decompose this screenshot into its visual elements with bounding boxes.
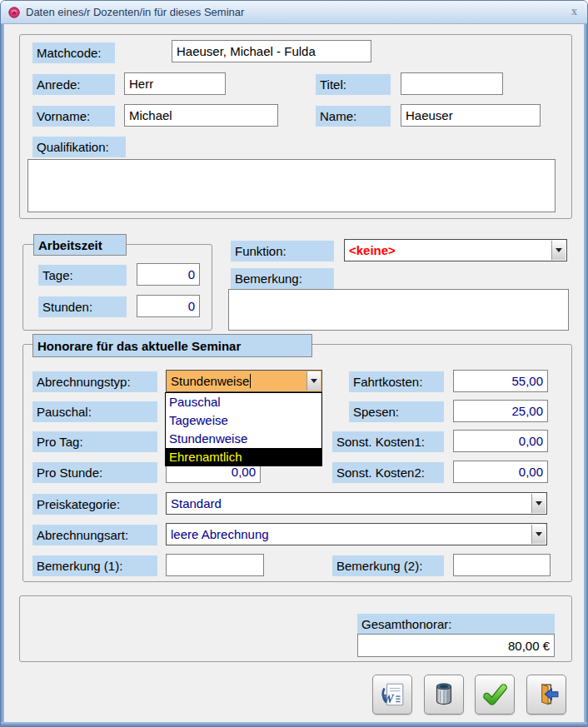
funktion-dropdown-arrow[interactable]	[551, 241, 566, 260]
name-label: Name:	[316, 106, 391, 127]
titel-label: Titel:	[316, 74, 391, 95]
trash-icon	[431, 681, 457, 708]
pro-stunde-label: Pro Stunde:	[32, 462, 157, 483]
abrechnungstyp-dropdown-list: Pauschal Tageweise Stundenweise Ehrenamt…	[165, 392, 322, 466]
bemerkung-textarea[interactable]	[228, 289, 569, 331]
close-button[interactable]: x	[571, 5, 577, 18]
abrechnungstyp-label: Abrechnungstyp:	[32, 371, 157, 392]
abrechnungsart-dropdown-arrow[interactable]	[531, 525, 546, 544]
tage-label: Tage:	[38, 265, 127, 286]
preiskategorie-combobox[interactable]: Standard	[166, 492, 547, 515]
fahrtkosten-input[interactable]: 55,00	[453, 370, 548, 392]
fahrtkosten-label: Fahrtkosten:	[349, 371, 444, 392]
arbeitszeit-groupbox	[22, 244, 212, 331]
window-title: Daten eines/r Dozenten/in für dieses Sem…	[26, 6, 244, 18]
app-icon	[7, 6, 21, 19]
name-input[interactable]: Haeuser	[401, 104, 541, 127]
abrechnungstyp-value: Stundenweise	[171, 374, 249, 388]
window-border-bottom	[1, 722, 588, 727]
window-border-left	[1, 24, 4, 727]
abrechnungsart-combobox[interactable]: leere Abrechnung	[166, 523, 547, 545]
preiskategorie-label: Preiskategorie:	[32, 494, 157, 515]
delete-button[interactable]	[424, 675, 464, 715]
spesen-input[interactable]: 25,00	[453, 400, 548, 422]
sonst-kosten2-input[interactable]: 0,00	[453, 461, 548, 483]
confirm-button[interactable]	[475, 675, 515, 715]
window-border-right	[584, 24, 587, 727]
dialog-window: Daten eines/r Dozenten/in für dieses Sem…	[0, 0, 588, 727]
gesamthonorar-display: 80,00 €	[357, 634, 555, 657]
chevron-down-icon	[556, 248, 562, 252]
titel-input[interactable]	[401, 72, 503, 95]
gesamthonorar-label: Gesamthonorar:	[357, 614, 555, 634]
bemerkung2-input[interactable]	[453, 554, 551, 576]
preiskategorie-value: Standard	[171, 496, 222, 510]
chevron-down-icon	[536, 501, 542, 505]
bemerkung2-label: Bemerkung (2):	[332, 555, 444, 576]
vorname-label: Vorname:	[32, 106, 115, 127]
sonst-kosten1-label: Sonst. Kosten1:	[332, 431, 444, 452]
qualifikation-label: Qualifikation:	[32, 137, 126, 157]
preiskategorie-dropdown-arrow[interactable]	[531, 494, 546, 513]
funktion-label: Funktion:	[231, 241, 334, 261]
arbeitszeit-header: Arbeitszeit	[33, 234, 127, 256]
sonst-kosten1-input[interactable]: 0,00	[453, 430, 548, 452]
anrede-input[interactable]: Herr	[124, 72, 226, 95]
pauschal-label: Pauschal:	[32, 401, 157, 422]
funktion-value: <keine>	[349, 243, 396, 257]
title-bar: Daten eines/r Dozenten/in für dieses Sem…	[1, 1, 588, 24]
honorare-header: Honorare für das aktuelle Seminar	[32, 334, 312, 357]
word-export-button[interactable]: W	[372, 675, 412, 715]
dropdown-item-pauschal[interactable]: Pauschal	[166, 393, 321, 411]
stunden-input[interactable]: 0	[137, 295, 200, 317]
word-document-icon: W	[379, 681, 406, 708]
vorname-input[interactable]: Michael	[124, 104, 278, 127]
svg-text:W: W	[382, 692, 395, 705]
pro-tag-label: Pro Tag:	[32, 431, 157, 452]
abrechnungstyp-dropdown-arrow[interactable]	[306, 371, 321, 391]
anrede-label: Anrede:	[32, 74, 115, 95]
stunden-label: Stunden:	[38, 296, 127, 317]
bemerkung-label: Bemerkung:	[231, 268, 334, 289]
spesen-label: Spesen:	[349, 401, 444, 422]
exit-button[interactable]	[526, 675, 566, 715]
abrechnungsart-label: Abrechnungsart:	[32, 525, 157, 545]
abrechnungsart-value: leere Abrechnung	[171, 527, 269, 541]
abrechnungstyp-combobox[interactable]: Stundenweise	[166, 370, 322, 392]
dropdown-item-tageweise[interactable]: Tageweise	[166, 411, 321, 430]
text-caret	[250, 374, 251, 388]
chevron-down-icon	[311, 379, 317, 383]
qualifikation-textarea[interactable]	[27, 159, 556, 212]
matchcode-input[interactable]: Haeuser, Michael - Fulda	[172, 40, 371, 62]
check-icon	[481, 681, 508, 708]
sonst-kosten2-label: Sonst. Kosten2:	[332, 462, 444, 483]
chevron-down-icon	[536, 532, 542, 536]
funktion-combobox[interactable]: <keine>	[344, 239, 567, 261]
exit-door-icon	[533, 681, 560, 708]
bemerkung1-input[interactable]	[166, 554, 264, 576]
tage-input[interactable]: 0	[137, 263, 200, 286]
bemerkung1-label: Bemerkung (1):	[32, 555, 157, 576]
dropdown-item-ehrenamtlich[interactable]: Ehrenamtlich	[166, 448, 321, 466]
matchcode-label: Matchcode:	[32, 42, 115, 63]
dropdown-item-stundenweise[interactable]: Stundenweise	[166, 430, 321, 448]
